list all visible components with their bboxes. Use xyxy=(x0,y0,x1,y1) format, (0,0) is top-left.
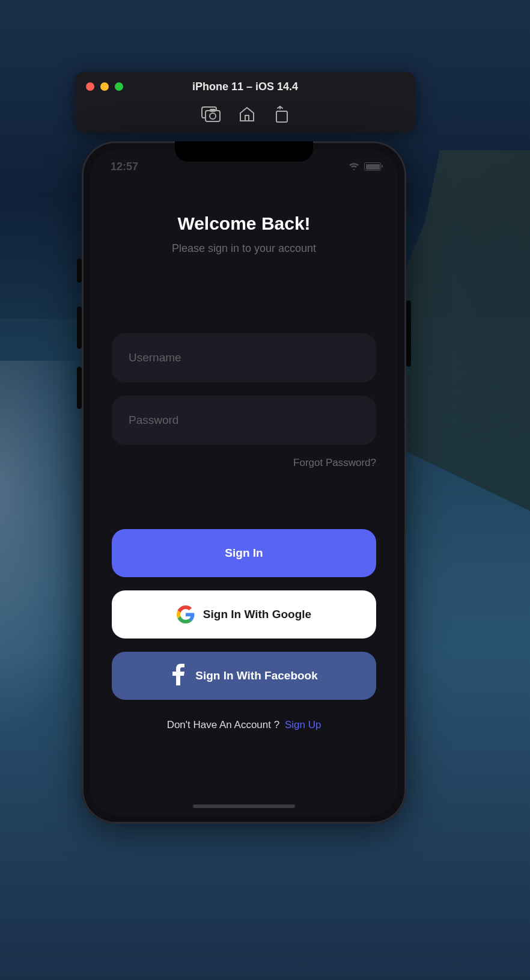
window-title: iPhone 11 – iOS 14.4 xyxy=(85,81,406,93)
facebook-sign-in-button[interactable]: Sign In With Facebook xyxy=(112,652,376,700)
forgot-password-link[interactable]: Forgot Password? xyxy=(293,457,376,468)
close-button[interactable] xyxy=(86,82,94,91)
minimize-button[interactable] xyxy=(100,82,109,91)
username-input[interactable] xyxy=(112,333,376,382)
status-indicators xyxy=(349,161,381,173)
phone-power-button xyxy=(406,301,411,367)
title-bar: iPhone 11 – iOS 14.4 xyxy=(75,72,415,101)
google-sign-in-label: Sign In With Google xyxy=(203,608,311,621)
phone-frame: 12:57 Welcome Back! Please sign in to yo… xyxy=(82,141,406,824)
volume-up xyxy=(77,307,82,349)
login-screen: Welcome Back! Please sign in to your acc… xyxy=(90,183,398,815)
rotate-icon[interactable] xyxy=(273,105,290,126)
google-icon xyxy=(177,605,195,623)
svg-rect-4 xyxy=(245,115,249,121)
simulator-toolbar xyxy=(75,101,415,130)
signup-row: Don't Have An Account ? Sign Up xyxy=(112,719,376,731)
home-icon[interactable] xyxy=(238,106,256,125)
wifi-icon xyxy=(349,161,359,173)
simulator-window: iPhone 11 – iOS 14.4 xyxy=(75,72,415,132)
phone-notch xyxy=(175,141,313,162)
fullscreen-button[interactable] xyxy=(115,82,123,91)
welcome-title: Welcome Back! xyxy=(112,213,376,234)
signup-link[interactable]: Sign Up xyxy=(285,719,321,730)
screenshot-icon[interactable] xyxy=(201,106,221,125)
facebook-sign-in-label: Sign In With Facebook xyxy=(195,669,318,682)
welcome-subtitle: Please sign in to your account xyxy=(112,242,376,255)
home-indicator[interactable] xyxy=(193,804,295,808)
phone-side-buttons-left xyxy=(77,259,82,427)
svg-rect-1 xyxy=(206,111,220,121)
sign-in-button[interactable]: Sign In xyxy=(112,529,376,577)
traffic-lights xyxy=(86,82,123,91)
volume-down xyxy=(77,367,82,409)
battery-icon xyxy=(364,162,381,171)
facebook-icon xyxy=(170,664,187,688)
silence-switch xyxy=(77,259,82,283)
sign-in-label: Sign In xyxy=(225,547,263,560)
signup-prompt: Don't Have An Account ? xyxy=(167,719,280,730)
svg-rect-5 xyxy=(276,111,287,122)
phone-screen: 12:57 Welcome Back! Please sign in to yo… xyxy=(90,150,398,815)
status-time: 12:57 xyxy=(111,161,138,173)
google-sign-in-button[interactable]: Sign In With Google xyxy=(112,590,376,639)
password-input[interactable] xyxy=(112,396,376,445)
